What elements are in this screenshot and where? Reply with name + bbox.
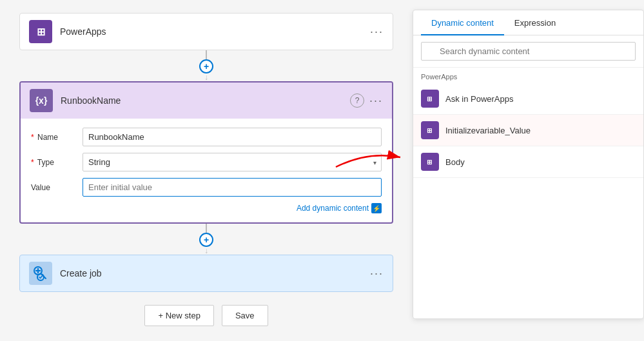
powerapps-card: ⊞ PowerApps ··· [19, 13, 393, 50]
powerapps-icon: ⊞ [29, 20, 52, 43]
panel-section-powerapps: PowerApps [413, 68, 643, 83]
item-icon-2: ⊞ [421, 153, 439, 171]
runbook-icon: {x} [30, 89, 53, 112]
tab-dynamic-content[interactable]: Dynamic content [421, 10, 504, 35]
panel-search-wrap: 🔍 [413, 35, 643, 68]
main-canvas: ⊞ PowerApps ··· + ↓ {x} RunbookName ? ··… [0, 0, 413, 341]
name-row: * Name [31, 128, 382, 146]
add-dynamic-icon: ⚡ [371, 203, 382, 213]
runbook-help-button[interactable]: ? [350, 93, 364, 108]
connector-line-1 [206, 50, 207, 59]
list-item[interactable]: ⊞ Initializevariable_Value [413, 115, 643, 146]
add-step-button-1[interactable]: + [199, 59, 213, 73]
create-job-title: Create job [60, 268, 370, 278]
powerapps-title: PowerApps [60, 26, 370, 37]
add-dynamic-row: Add dynamic content ⚡ [31, 203, 382, 213]
name-input[interactable] [83, 128, 382, 146]
red-arrow [329, 144, 407, 170]
panel-search-wrap-inner: 🔍 [421, 42, 636, 61]
list-item[interactable]: ⊞ Body [413, 146, 643, 178]
item-label-1: Initializevariable_Value [445, 126, 531, 135]
type-label: * Type [31, 158, 83, 167]
runbook-menu[interactable]: ··· [369, 94, 383, 108]
connector-1: + ↓ [199, 50, 213, 81]
name-label: * Name [31, 133, 83, 142]
item-icon-1: ⊞ [421, 121, 439, 139]
item-label-0: Ask in PowerApps [445, 94, 514, 104]
runbook-icon-symbol: {x} [35, 95, 48, 106]
svg-text:⊞: ⊞ [427, 127, 432, 134]
create-job-card: Create job ··· [19, 255, 393, 292]
bottom-buttons: + New step Save [144, 305, 268, 326]
create-job-icon [29, 262, 52, 285]
save-button[interactable]: Save [222, 305, 268, 326]
add-step-button-2[interactable]: + [199, 233, 213, 247]
new-step-button[interactable]: + New step [144, 305, 213, 326]
create-job-menu[interactable]: ··· [370, 267, 384, 280]
create-job-icon-wrap [29, 262, 52, 285]
add-dynamic-link[interactable]: Add dynamic content ⚡ [297, 203, 382, 213]
powerapps-menu[interactable]: ··· [370, 25, 384, 39]
connector-arrow-2: ↓ [204, 247, 208, 255]
runbook-body: * Name * Type String Integer Boolean ▾ [21, 119, 392, 222]
powerapps-logo: ⊞ [37, 26, 45, 38]
item-icon-0: ⊞ [421, 90, 439, 108]
svg-text:⊞: ⊞ [427, 95, 432, 102]
connector-arrow-1: ↓ [204, 73, 208, 81]
runbook-header: {x} RunbookName ? ··· [21, 83, 392, 119]
value-input-wrap [83, 178, 382, 197]
tab-expression[interactable]: Expression [504, 10, 566, 35]
dynamic-search-input[interactable] [421, 42, 636, 61]
value-input[interactable] [83, 178, 382, 197]
svg-text:⊞: ⊞ [427, 159, 432, 166]
value-label: Value [31, 183, 83, 192]
item-label-2: Body [445, 157, 465, 167]
connector-line-2 [206, 224, 207, 233]
panel-tabs: Dynamic content Expression [413, 10, 643, 35]
dynamic-content-panel: Dynamic content Expression 🔍 PowerApps ⊞… [413, 10, 644, 319]
runbook-title: RunbookName [61, 95, 350, 106]
add-dynamic-label: Add dynamic content [297, 204, 369, 213]
list-item[interactable]: ⊞ Ask in PowerApps [413, 83, 643, 115]
value-row: Value [31, 178, 382, 197]
connector-2: + ↓ [199, 224, 213, 255]
